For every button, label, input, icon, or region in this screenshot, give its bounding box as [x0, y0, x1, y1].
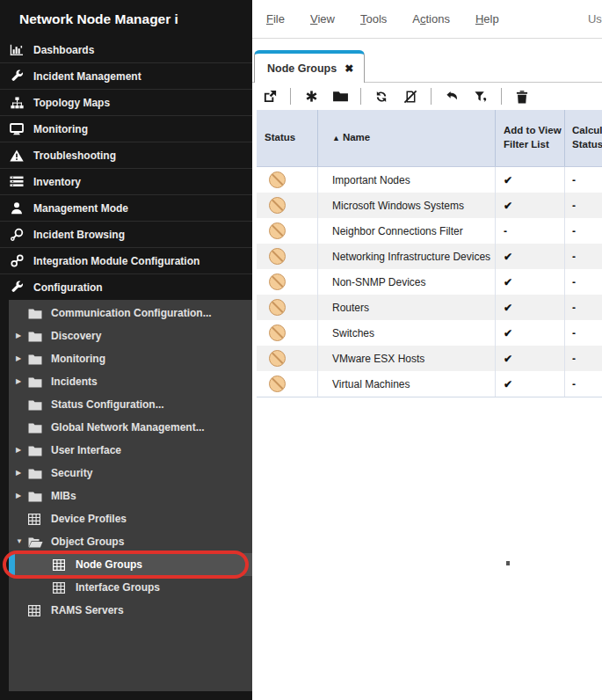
sidebar-item-incident-management[interactable]: Incident Management [0, 62, 252, 89]
table-row[interactable]: Virtual Machines ✔ - [257, 371, 602, 397]
chevron-right-icon[interactable]: ▶ [16, 332, 28, 339]
sidebar-item-incidents[interactable]: ▶ Incidents [9, 370, 252, 393]
add-to-view-filter-value: ✔ [496, 371, 565, 397]
calculated-status-value: - [565, 371, 602, 397]
sidebar-item-label: Device Profiles [51, 513, 127, 525]
close-icon[interactable]: ✖ [345, 62, 353, 75]
column-header-add-to-view-filter-list[interactable]: Add to View Filter List [496, 110, 565, 166]
delete-icon[interactable] [513, 88, 531, 106]
chevron-right-icon[interactable]: ▶ [16, 447, 28, 454]
nnmi-application: Network Node Manager i Dashboards Incide… [0, 0, 602, 700]
calculated-status-value: - [565, 244, 602, 269]
remove-filter-icon[interactable] [472, 88, 490, 106]
calculated-status-value: - [565, 269, 602, 295]
no-status-icon [269, 350, 286, 367]
undo-icon[interactable] [443, 88, 461, 106]
node-group-name: VMware ESX Hosts [318, 346, 496, 371]
new-icon[interactable] [302, 88, 320, 106]
sidebar-item-interface-groups[interactable]: Interface Groups [9, 576, 252, 599]
table-row[interactable]: Important Nodes ✔ - [257, 167, 602, 193]
sidebar-item-configuration[interactable]: Configuration [0, 273, 252, 300]
no-status-icon [269, 171, 286, 188]
table-row[interactable]: Switches ✔ - [257, 320, 602, 346]
sidebar-item-status-configuration[interactable]: Status Configuration... [9, 393, 252, 416]
sidebar-item-label: Communication Configuration... [51, 307, 212, 319]
menu-tools[interactable]: Tools [360, 12, 387, 26]
sidebar-item-node-groups[interactable]: Node Groups [9, 553, 252, 576]
tab-node-groups[interactable]: Node Groups ✖ [254, 50, 365, 83]
chevron-right-icon[interactable]: ▶ [16, 378, 28, 385]
sidebar-item-label: Topology Maps [33, 97, 110, 109]
no-status-icon [269, 273, 286, 290]
node-group-name: Neighbor Connections Filter [318, 218, 496, 244]
node-group-name: Virtual Machines [318, 371, 496, 397]
calculated-status-value: - [565, 167, 602, 193]
sidebar-item-inventory[interactable]: Inventory [0, 168, 252, 194]
open-folder-icon[interactable] [331, 88, 349, 106]
sidebar-nav: Dashboards Incident Management Topology … [0, 37, 252, 300]
sidebar-item-management-mode[interactable]: Management Mode [0, 194, 252, 221]
toolbar-separator [290, 88, 291, 105]
sidebar-item-label: Dashboards [33, 44, 94, 56]
menu-file[interactable]: File [266, 12, 285, 26]
table-row[interactable]: Non-SNMP Devices ✔ - [257, 269, 602, 295]
no-status-icon [269, 197, 286, 214]
menu-bar: File View Tools Actions Help Use [252, 0, 602, 39]
sidebar-item-object-groups[interactable]: ▼ Object Groups [9, 530, 252, 553]
table-row[interactable]: Microsoft Windows Systems ✔ - [257, 193, 602, 218]
sidebar-item-label: Monitoring [51, 353, 105, 365]
table-row[interactable]: Neighbor Connections Filter - - [257, 218, 602, 244]
menu-actions[interactable]: Actions [412, 12, 450, 26]
sidebar-item-label: Status Configuration... [51, 398, 164, 411]
chevron-right-icon[interactable]: ▶ [16, 355, 28, 362]
sidebar-item-label: Incident Management [33, 70, 141, 83]
node-group-name: Microsoft Windows Systems [318, 193, 496, 218]
add-to-view-filter-value: ✔ [496, 346, 565, 371]
magnifier-icon [9, 228, 25, 242]
table-row[interactable]: Networking Infrastructure Devices ✔ - [257, 244, 602, 269]
toolbar [252, 83, 602, 110]
refresh-icon[interactable] [373, 88, 390, 106]
open-in-new-window-icon[interactable] [261, 88, 279, 106]
chevron-right-icon[interactable]: ▶ [16, 470, 28, 477]
sidebar-item-mibs[interactable]: ▶ MIBs [9, 485, 252, 507]
chevron-right-icon[interactable]: ▶ [16, 492, 28, 499]
table-header: Status ▲Name Add to View Filter List Cal… [257, 110, 602, 167]
sidebar-item-label: Node Groups [76, 558, 142, 571]
sidebar-item-global-network-management[interactable]: Global Network Management... [9, 416, 252, 439]
sidebar-item-discovery[interactable]: ▶ Discovery [9, 324, 252, 347]
person-icon [9, 201, 25, 215]
sidebar-item-user-interface[interactable]: ▶ User Interface [9, 439, 252, 462]
sidebar-item-monitoring[interactable]: Monitoring [0, 115, 252, 142]
add-to-view-filter-value: ✔ [496, 167, 565, 193]
chevron-down-icon[interactable]: ▼ [16, 538, 28, 545]
menu-view[interactable]: View [310, 12, 335, 26]
column-header-status[interactable]: Status [257, 110, 318, 166]
sidebar-item-monitoring-config[interactable]: ▶ Monitoring [9, 347, 252, 370]
sidebar-item-rams-servers[interactable]: RAMS Servers [9, 599, 252, 622]
stop-periodic-refresh-icon[interactable] [402, 88, 419, 106]
column-header-calculate-status[interactable]: Calculate Status [565, 110, 602, 166]
sidebar-item-label: Inventory [33, 176, 81, 188]
column-header-name[interactable]: ▲Name [318, 110, 496, 166]
toolbar-separator [360, 88, 361, 105]
sidebar-item-device-profiles[interactable]: Device Profiles [9, 507, 252, 530]
sidebar-item-security[interactable]: ▶ Security [9, 462, 252, 485]
add-to-view-filter-value: ✔ [496, 269, 565, 295]
sidebar-item-label: Configuration [33, 281, 103, 294]
list-icon [9, 175, 25, 189]
folder-icon [28, 490, 43, 502]
sidebar-item-label: Object Groups [51, 536, 124, 548]
add-to-view-filter-value: ✔ [496, 295, 565, 320]
sidebar-item-incident-browsing[interactable]: Incident Browsing [0, 221, 252, 247]
user-label: Use [588, 12, 602, 26]
table-row[interactable]: VMware ESX Hosts ✔ - [257, 346, 602, 371]
sidebar-item-integration-module-configuration[interactable]: Integration Module Configuration [0, 247, 252, 273]
table-row[interactable]: Routers ✔ - [257, 295, 602, 320]
sidebar-item-communication-configuration[interactable]: Communication Configuration... [9, 302, 252, 324]
sidebar-item-topology-maps[interactable]: Topology Maps [0, 89, 252, 115]
sidebar-item-dashboards[interactable]: Dashboards [0, 37, 252, 62]
menu-help[interactable]: Help [475, 12, 499, 26]
link-icon [9, 254, 25, 268]
sidebar-item-troubleshooting[interactable]: Troubleshooting [0, 142, 252, 168]
